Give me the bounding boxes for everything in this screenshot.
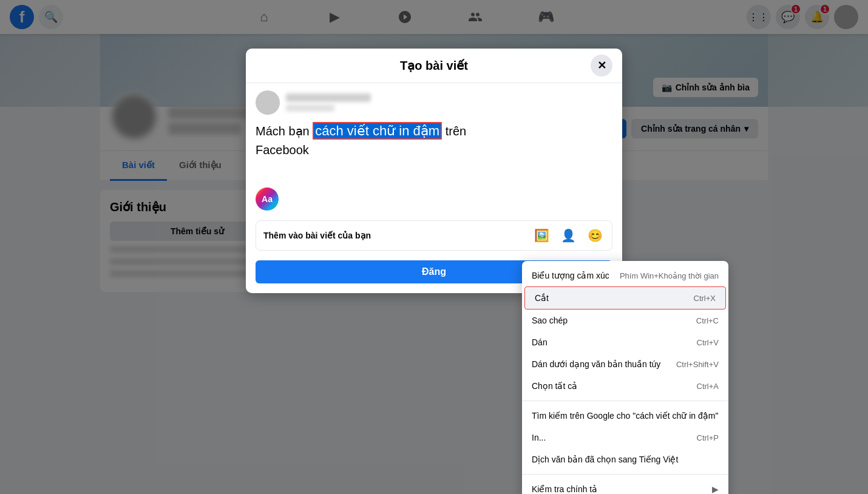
ctx-paste-plain[interactable]: Dán dưới dạng văn bản thuần túy Ctrl+Shi… [522,353,728,375]
ctx-print[interactable]: In... Ctrl+P [522,427,728,448]
modal-title: Tạo bài viết [400,58,468,73]
add-photo-button[interactable]: 🖼️ [532,226,551,245]
add-emoji-button[interactable]: 😊 [585,226,605,245]
ctx-divider-1 [522,401,728,401]
modal-close-button[interactable]: ✕ [591,55,612,76]
modal-header: Tạo bài viết ✕ [246,49,622,83]
ctx-cut[interactable]: Cắt Ctrl+X [524,286,726,310]
ctx-spellcheck-label: Kiểm tra chính tả [532,484,597,494]
ctx-emoji-shortcut: Phím Win+Khoảng thời gian [620,271,719,280]
close-icon: ✕ [597,59,606,72]
ctx-paste-shortcut: Ctrl+V [697,338,719,347]
tag-people-button[interactable]: 👤 [558,226,578,245]
modal-avatar [256,90,280,115]
ctx-emoji-label: Biểu tượng cảm xúc [532,271,609,280]
ctx-print-label: In... [532,433,546,442]
create-post-modal: Tạo bài viết ✕ Mách bạn cách viết chữ in… [246,49,622,293]
ctx-cut-label: Cắt [535,293,549,303]
font-style-button[interactable]: Aa [256,188,279,211]
ctx-copy-label: Sao chép [532,316,568,325]
context-menu: Biểu tượng cảm xúc Phím Win+Khoảng thời … [522,261,728,494]
ctx-select-all-label: Chọn tất cả [532,381,577,391]
ctx-paste[interactable]: Dán Ctrl+V [522,331,728,353]
ctx-translate-label: Dịch văn bản đã chọn sang Tiếng Việt [532,455,678,464]
ctx-paste-plain-shortcut: Ctrl+Shift+V [676,360,719,369]
font-tool-row: Aa [246,183,622,215]
modal-privacy [286,104,334,112]
modal-user-row [246,83,622,122]
ctx-paste-label: Dán [532,337,548,347]
ctx-spellcheck-arrow: ▶ [712,484,719,494]
ctx-copy[interactable]: Sao chép Ctrl+C [522,310,728,331]
ctx-google-search-label: Tìm kiếm trên Google cho "cách viết chữ … [532,411,718,421]
ctx-spellcheck[interactable]: Kiểm tra chính tả ▶ [522,478,728,494]
add-to-post-label: Thêm vào bài viết của bạn [263,231,524,240]
add-to-post-row: Thêm vào bài viết của bạn 🖼️ 👤 😊 [256,220,612,251]
ctx-emoji[interactable]: Biểu tượng cảm xúc Phím Win+Khoảng thời … [522,265,728,286]
modal-user-info [286,93,612,112]
ctx-divider-2 [522,474,728,475]
ctx-translate[interactable]: Dịch văn bản đã chọn sang Tiếng Việt [522,448,728,470]
modal-username [286,93,371,102]
post-text-before: Mách bạn [256,124,313,138]
ctx-cut-shortcut: Ctrl+X [694,294,716,303]
ctx-paste-plain-label: Dán dưới dạng văn bản thuần túy [532,359,660,369]
ctx-google-search[interactable]: Tìm kiếm trên Google cho "cách viết chữ … [522,405,728,427]
ctx-print-shortcut: Ctrl+P [697,433,719,442]
modal-overlay: Tạo bài viết ✕ Mách bạn cách viết chữ in… [0,0,868,494]
post-text-selected: cách viết chữ in đậm [313,122,442,140]
modal-text-area[interactable]: Mách bạn cách viết chữ in đậm trênFacebo… [246,122,622,183]
ctx-select-all-shortcut: Ctrl+A [697,382,719,391]
ctx-select-all[interactable]: Chọn tất cả Ctrl+A [522,375,728,397]
ctx-copy-shortcut: Ctrl+C [696,316,719,325]
